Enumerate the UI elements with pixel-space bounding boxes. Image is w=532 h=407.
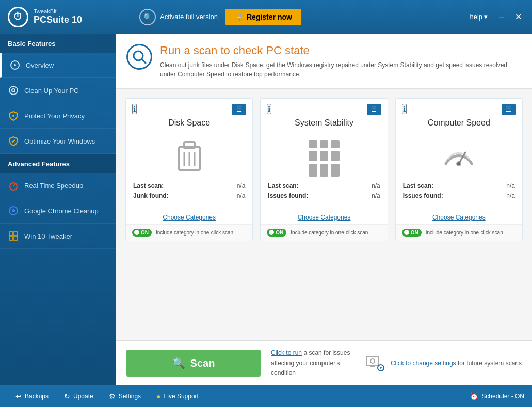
speed-toggle-label: ON xyxy=(411,230,418,236)
settings-icon-area xyxy=(365,353,385,373)
optimize-icon xyxy=(8,135,19,147)
disk-card-bottom: ON Include category in one-click scan xyxy=(126,224,252,241)
stability-card-bottom: ON Include category in one-click scan xyxy=(261,224,387,241)
speed-choose-link[interactable]: Choose Categories xyxy=(396,211,522,224)
settings-label: Settings xyxy=(119,393,141,400)
stability-stats: Last scan: n/a Issues found: n/a xyxy=(261,179,387,205)
svg-point-23 xyxy=(457,162,460,165)
stability-menu-button[interactable]: ☰ xyxy=(367,104,381,115)
sidebar-item-speedup[interactable]: Real Time Speedup xyxy=(0,173,116,198)
sidebar-item-privacy[interactable]: Protect Your Privacy xyxy=(0,103,116,129)
speed-found-label: Issues found: xyxy=(403,192,443,199)
scheduler-icon: ⏰ xyxy=(470,392,478,400)
logo-text: TweakBit PCSuite 10 xyxy=(34,8,82,25)
scan-settings: Click to change settings for future syst… xyxy=(365,353,522,373)
disk-choose-link[interactable]: Choose Categories xyxy=(126,211,252,224)
computer-speed-card: ℹ ☰ Computer Speed xyxy=(395,98,523,241)
card-top-disk: ℹ ☰ xyxy=(126,99,252,115)
settings-click-link[interactable]: Click to change settings xyxy=(391,359,456,367)
activate-button[interactable]: 🔍 Activate full version xyxy=(139,9,218,25)
speed-toggle-desc: Include category in one-click scan xyxy=(426,229,503,236)
stability-found-row: Issues found: n/a xyxy=(268,192,380,199)
speed-found-value: n/a xyxy=(506,192,515,199)
disk-stats: Last scan: n/a Junk found: n/a xyxy=(126,179,252,205)
header-center: 🔍 Activate full version 🔒 Register now xyxy=(124,9,470,25)
stability-last-scan-value: n/a xyxy=(372,182,380,190)
close-button[interactable]: ✕ xyxy=(512,11,524,23)
stability-toggle-label: ON xyxy=(276,230,283,236)
backups-icon: ↩ xyxy=(15,392,22,400)
disk-title: Disk Space xyxy=(126,115,252,133)
disk-toggle-label: ON xyxy=(141,230,149,236)
scan-footer: 🔍 Scan Click to run a scan for issues af… xyxy=(116,340,532,385)
chrome-icon xyxy=(8,205,19,216)
tweaker-label: Win 10 Tweaker xyxy=(24,232,72,240)
card-top-stability: ℹ ☰ xyxy=(261,99,387,115)
settings-button[interactable]: ⚙ Settings xyxy=(101,385,149,407)
toggle-circle xyxy=(134,230,139,235)
support-icon: ● xyxy=(156,392,160,400)
disk-toggle[interactable]: ON xyxy=(132,229,152,237)
help-button[interactable]: help ▾ xyxy=(470,13,488,21)
scan-click-run[interactable]: Click to run xyxy=(271,349,302,356)
stability-found-label: Issues found: xyxy=(268,192,308,199)
svg-point-25 xyxy=(370,359,375,363)
lock-icon: 🔒 xyxy=(235,13,244,21)
sidebar-item-cleanup[interactable]: Clean Up Your PC xyxy=(0,78,116,103)
activate-icon: 🔍 xyxy=(139,9,156,25)
trash-icon xyxy=(174,138,205,174)
stability-info-button[interactable]: ℹ xyxy=(267,104,271,114)
svg-point-3 xyxy=(12,89,15,92)
speed-info-button[interactable]: ℹ xyxy=(402,104,407,114)
main-content: Run a scan to check PC state Clean out j… xyxy=(116,34,532,385)
speed-menu-button[interactable]: ☰ xyxy=(502,104,516,115)
sidebar-item-chrome[interactable]: Google Chrome Cleanup xyxy=(0,198,116,224)
speed-card-bottom: ON Include category in one-click scan xyxy=(396,224,522,241)
support-label: Live Support xyxy=(164,393,199,400)
sidebar-item-tweaker[interactable]: Win 10 Tweaker xyxy=(0,224,116,249)
stability-title: System Stability xyxy=(261,115,387,133)
svg-point-8 xyxy=(12,209,15,212)
window-controls: − ✕ xyxy=(495,11,524,23)
speedup-icon xyxy=(8,180,19,191)
product-name: PCSuite 10 xyxy=(34,14,82,25)
svg-line-14 xyxy=(142,59,146,63)
content-title: Run a scan to check PC state xyxy=(160,44,519,57)
backups-button[interactable]: ↩ Backups xyxy=(8,385,56,407)
stability-last-scan-label: Last scan: xyxy=(268,182,298,190)
speed-last-scan-label: Last scan: xyxy=(403,182,433,190)
svg-rect-26 xyxy=(370,366,375,367)
stability-toggle[interactable]: ON xyxy=(267,229,286,237)
sidebar-item-overview[interactable]: Overview xyxy=(0,53,116,78)
basic-features-label: Basic Features xyxy=(0,34,116,53)
disk-info-button[interactable]: ℹ xyxy=(132,104,137,114)
sidebar-item-optimize[interactable]: Optimize Your Windows xyxy=(0,129,116,154)
speed-last-scan-row: Last scan: n/a xyxy=(403,182,515,190)
card-top-speed: ℹ ☰ xyxy=(396,99,522,115)
backups-label: Backups xyxy=(25,393,49,400)
overview-icon xyxy=(9,59,21,71)
scan-button[interactable]: 🔍 Scan xyxy=(126,350,261,377)
update-label: Update xyxy=(73,393,93,400)
disk-found-label: Junk found: xyxy=(133,192,169,199)
scan-label: Scan xyxy=(190,357,215,369)
svg-rect-11 xyxy=(9,237,13,240)
stability-choose-link[interactable]: Choose Categories xyxy=(261,211,387,224)
settings-gear-icon: ⚙ xyxy=(109,392,116,400)
support-button[interactable]: ● Live Support xyxy=(149,385,206,407)
speed-toggle[interactable]: ON xyxy=(402,229,422,237)
content-header-text: Run a scan to check PC state Clean out j… xyxy=(160,44,519,79)
disk-menu-button[interactable]: ☰ xyxy=(232,104,246,115)
disk-found-row: Junk found: n/a xyxy=(133,192,245,199)
help-chevron-icon: ▾ xyxy=(484,13,488,21)
register-button[interactable]: 🔒 Register now xyxy=(225,9,301,25)
update-button[interactable]: ↻ Update xyxy=(56,385,101,407)
stability-icon-area xyxy=(261,133,387,179)
settings-desc: for future system scans xyxy=(458,359,522,367)
brand-name: TweakBit xyxy=(34,8,82,14)
content-desc: Clean out junk files under Disk Space, g… xyxy=(160,60,519,79)
system-stability-card: ℹ ☰ System Stability xyxy=(260,98,388,241)
help-label: help xyxy=(470,13,482,21)
svg-point-2 xyxy=(9,86,18,95)
minimize-button[interactable]: − xyxy=(495,11,508,23)
